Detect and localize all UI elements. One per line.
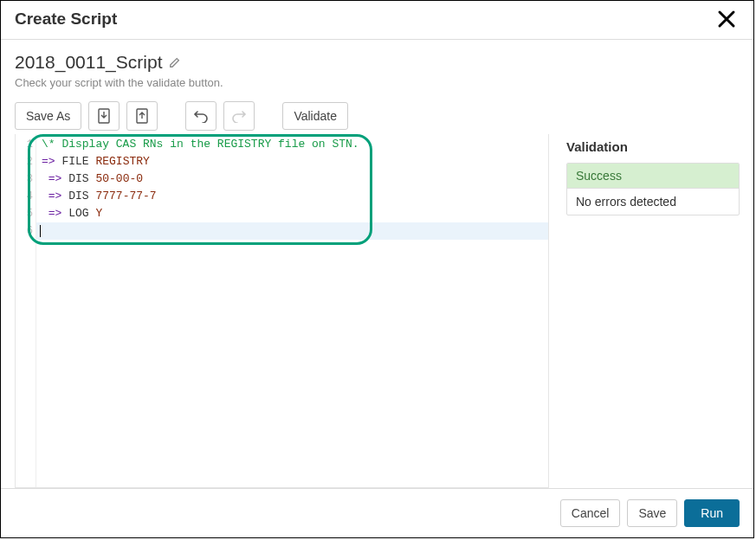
code-line[interactable]: => DIS 7777-77-7 xyxy=(36,188,548,205)
hint-text: Check your script with the validate butt… xyxy=(15,76,740,89)
redo-icon[interactable] xyxy=(223,101,255,131)
save-button[interactable]: Save xyxy=(627,499,677,527)
code-line[interactable]: \* Display CAS RNs in the REGISTRY file … xyxy=(36,136,548,153)
line-gutter: 123456 xyxy=(16,134,36,487)
script-name: 2018_0011_Script xyxy=(15,52,162,73)
line-number: 2 xyxy=(16,153,36,170)
save-as-button[interactable]: Save As xyxy=(15,102,81,130)
main-panels: 123456 \* Display CAS RNs in the REGISTR… xyxy=(15,134,740,488)
line-number: 4 xyxy=(16,188,36,205)
modal-body: 2018_0011_Script Check your script with … xyxy=(1,40,753,488)
cursor-caret xyxy=(40,225,41,237)
modal-footer: Cancel Save Run xyxy=(1,488,753,537)
undo-icon[interactable] xyxy=(185,101,216,131)
line-number: 3 xyxy=(16,170,36,188)
code-editor[interactable]: 123456 \* Display CAS RNs in the REGISTR… xyxy=(15,134,549,488)
code-line[interactable]: => LOG Y xyxy=(36,205,548,222)
import-icon[interactable] xyxy=(88,101,120,131)
code-line[interactable]: => FILE REGISTRY xyxy=(36,153,548,170)
validation-panel: Validation Success No errors detected xyxy=(566,134,740,488)
modal-title: Create Script xyxy=(15,10,714,29)
validation-status: Success xyxy=(567,164,739,189)
code-line[interactable]: => DIS 50-00-0 xyxy=(36,170,548,188)
validation-box: Success No errors detected xyxy=(566,163,740,215)
validation-title: Validation xyxy=(566,134,740,154)
create-script-modal: Create Script 2018_0011_Script Check you… xyxy=(0,0,754,538)
validation-message: No errors detected xyxy=(567,189,739,215)
script-name-row: 2018_0011_Script xyxy=(15,52,740,73)
line-number: 1 xyxy=(16,136,36,153)
edit-name-icon[interactable] xyxy=(169,56,181,68)
export-icon[interactable] xyxy=(126,101,158,131)
line-number: 6 xyxy=(16,222,36,240)
run-button[interactable]: Run xyxy=(684,499,740,527)
editor-toolbar: Save As Validate xyxy=(15,101,740,131)
close-icon[interactable] xyxy=(714,10,740,29)
modal-header: Create Script xyxy=(1,1,753,40)
cancel-button[interactable]: Cancel xyxy=(560,499,621,527)
validate-button[interactable]: Validate xyxy=(282,102,348,130)
code-line[interactable] xyxy=(36,222,548,240)
line-number: 5 xyxy=(16,205,36,222)
code-area[interactable]: \* Display CAS RNs in the REGISTRY file … xyxy=(36,134,548,487)
